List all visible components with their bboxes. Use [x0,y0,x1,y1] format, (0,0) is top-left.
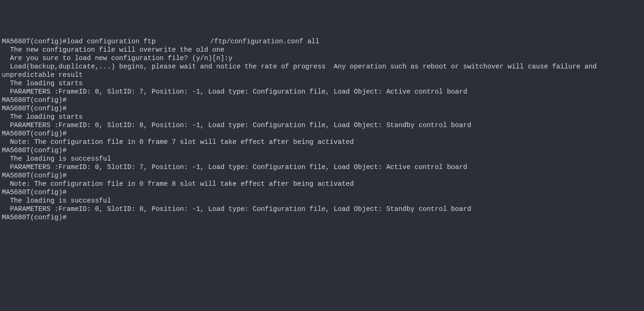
output-loading-starts: The loading starts [2,113,642,121]
output-loading-success: The loading is successful [2,196,642,205]
command-part-a: load configuration ftp [66,38,159,45]
output-load-begin: Load(backup,duplicate,...) begins, pleas… [2,62,642,79]
output-params-slot8: PARAMETERS :FrameID: 0, SlotID: 8, Posit… [2,121,642,129]
redacted-ip [159,38,206,45]
prompt-line: MA5680T(config)# [2,146,642,155]
command-line: MA5680T(config)#load configuration ftp /… [2,37,642,46]
prompt-line: MA5680T(config)# [2,96,642,104]
output-confirm: Are you sure to load new configuration f… [2,54,642,62]
terminal-output[interactable]: MA5680T(config)#load configuration ftp /… [2,37,642,222]
prompt-line: MA5680T(config)# [2,188,642,196]
command-part-b: /ftp/configuration.conf all [206,38,319,45]
prompt-line: MA5680T(config)# [2,213,642,222]
output-loading-starts: The loading starts [2,79,642,88]
output-params-slot7: PARAMETERS :FrameID: 0, SlotID: 7, Posit… [2,88,642,96]
output-loading-success: The loading is successful [2,155,642,163]
output-note-slot8: Note: The configuration file in 0 frame … [2,180,642,188]
prompt-line: MA5680T(config)# [2,171,642,180]
prompt-line: MA5680T(config)# [2,129,642,138]
output-overwrite: The new configuration file will overwrit… [2,46,642,54]
prompt: MA5680T(config)# [2,38,66,45]
output-params-slot7-success: PARAMETERS :FrameID: 0, SlotID: 7, Posit… [2,163,642,171]
output-params-slot8-success: PARAMETERS :FrameID: 0, SlotID: 8, Posit… [2,205,642,213]
prompt-line: MA5680T(config)# [2,104,642,113]
output-note-slot7: Note: The configuration file in 0 frame … [2,138,642,146]
